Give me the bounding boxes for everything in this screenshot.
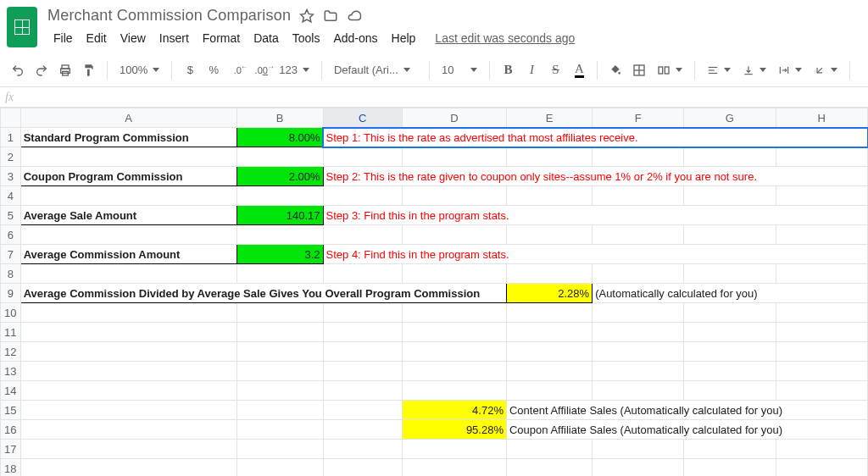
cell-B11[interactable] <box>236 323 323 342</box>
cell-D4[interactable] <box>402 186 506 206</box>
cell-E18[interactable] <box>506 459 592 477</box>
borders-button[interactable] <box>628 59 650 81</box>
cell-C15[interactable] <box>323 401 402 420</box>
cell-G13[interactable] <box>684 362 776 381</box>
cell-H6[interactable] <box>776 225 867 245</box>
row-header-17[interactable]: 17 <box>1 440 21 459</box>
cell-E9[interactable]: 2.28% <box>506 284 592 303</box>
cell-F14[interactable] <box>593 381 684 401</box>
cell-E14[interactable] <box>506 381 592 401</box>
cell-F13[interactable] <box>593 362 684 381</box>
cell-C17[interactable] <box>323 440 402 459</box>
cell-D16[interactable]: 95.28% <box>402 420 506 440</box>
cell-E12[interactable] <box>506 342 592 362</box>
percent-button[interactable]: % <box>203 59 225 81</box>
column-header-B[interactable]: B <box>236 108 323 128</box>
cell-H18[interactable] <box>776 459 867 477</box>
menu-help[interactable]: Help <box>386 28 422 48</box>
text-wrap-button[interactable] <box>773 59 807 81</box>
merge-cells-button[interactable] <box>652 59 687 81</box>
redo-button[interactable] <box>31 59 53 81</box>
move-folder-icon[interactable] <box>323 8 338 24</box>
cell-B1[interactable]: 8.00% <box>236 128 323 147</box>
cell-H12[interactable] <box>776 342 867 362</box>
row-header-11[interactable]: 11 <box>1 323 21 342</box>
vertical-align-button[interactable] <box>737 59 771 81</box>
cell-A14[interactable] <box>20 381 236 401</box>
cell-D6[interactable] <box>402 225 506 245</box>
cell-E6[interactable] <box>506 225 592 245</box>
cell-C12[interactable] <box>323 342 402 362</box>
cell-D8[interactable] <box>402 264 506 284</box>
cell-D2[interactable] <box>402 147 506 167</box>
cell-B12[interactable] <box>236 342 323 362</box>
cell-B13[interactable] <box>236 362 323 381</box>
cell-D10[interactable] <box>402 303 506 323</box>
column-header-F[interactable]: F <box>593 108 684 128</box>
horizontal-align-button[interactable] <box>702 59 736 81</box>
cell-A3[interactable]: Coupon Program Commission <box>20 167 236 186</box>
cell-A10[interactable] <box>20 303 236 323</box>
cell-F6[interactable] <box>593 225 684 245</box>
cell-C7[interactable]: Step 4: Find this in the program stats. <box>323 245 867 264</box>
cell-C18[interactable] <box>323 459 402 477</box>
cell-C3[interactable]: Step 2: This is the rate given to coupon… <box>323 167 867 186</box>
cell-B10[interactable] <box>236 303 323 323</box>
cell-G8[interactable] <box>684 264 776 284</box>
menu-view[interactable]: View <box>114 28 152 48</box>
cell-D15[interactable]: 4.72% <box>402 401 506 420</box>
cell-C8[interactable] <box>323 264 402 284</box>
row-header-5[interactable]: 5 <box>1 206 21 225</box>
cell-H13[interactable] <box>776 362 867 381</box>
cell-A8[interactable] <box>20 264 236 284</box>
cell-G6[interactable] <box>684 225 776 245</box>
cell-H11[interactable] <box>776 323 867 342</box>
cell-A6[interactable] <box>20 225 236 245</box>
cell-A16[interactable] <box>20 420 236 440</box>
column-header-G[interactable]: G <box>684 108 776 128</box>
menu-insert[interactable]: Insert <box>153 28 195 48</box>
cell-G17[interactable] <box>684 440 776 459</box>
menu-edit[interactable]: Edit <box>81 28 113 48</box>
row-header-7[interactable]: 7 <box>1 245 21 264</box>
cell-C5[interactable]: Step 3: Find this in the program stats. <box>323 206 867 225</box>
row-header-8[interactable]: 8 <box>1 264 21 284</box>
cell-C1[interactable]: Step 1: This is the rate as advertised t… <box>323 128 867 147</box>
menu-data[interactable]: Data <box>248 28 285 48</box>
cloud-status-icon[interactable] <box>347 8 362 24</box>
doc-title[interactable]: Merchant Commission Comparison <box>47 7 291 25</box>
cell-G14[interactable] <box>684 381 776 401</box>
cell-A9[interactable]: Average Commission Divided by Average Sa… <box>20 284 506 303</box>
column-header-H[interactable]: H <box>776 108 867 128</box>
row-header-12[interactable]: 12 <box>1 342 21 362</box>
cell-G11[interactable] <box>684 323 776 342</box>
bold-button[interactable]: B <box>497 59 519 81</box>
italic-button[interactable]: I <box>520 59 542 81</box>
sheets-app-icon[interactable] <box>7 7 37 47</box>
cell-A18[interactable] <box>20 459 236 477</box>
cell-B7[interactable]: 3.2 <box>236 245 323 264</box>
formula-input[interactable] <box>14 91 863 103</box>
cell-E2[interactable] <box>506 147 592 167</box>
column-header-D[interactable]: D <box>402 108 506 128</box>
cell-A1[interactable]: Standard Program Commission <box>20 128 236 147</box>
cell-G4[interactable] <box>684 186 776 206</box>
cell-F12[interactable] <box>593 342 684 362</box>
cell-D11[interactable] <box>402 323 506 342</box>
last-edit-link[interactable]: Last edit was seconds ago <box>435 31 575 45</box>
text-color-button[interactable]: A <box>568 59 590 81</box>
cell-F10[interactable] <box>593 303 684 323</box>
cell-H14[interactable] <box>776 381 867 401</box>
cell-F9[interactable]: (Automatically calculated for you) <box>593 284 868 303</box>
cell-E16[interactable]: Coupon Affiliate Sales (Automatically ca… <box>506 420 867 440</box>
column-header-E[interactable]: E <box>506 108 592 128</box>
cell-C14[interactable] <box>323 381 402 401</box>
strikethrough-button[interactable]: S <box>544 59 566 81</box>
cell-C16[interactable] <box>323 420 402 440</box>
cell-A11[interactable] <box>20 323 236 342</box>
font-family-select[interactable]: Default (Ari... <box>329 59 422 81</box>
cell-F4[interactable] <box>593 186 684 206</box>
row-header-3[interactable]: 3 <box>1 167 21 186</box>
cell-H2[interactable] <box>776 147 867 167</box>
cell-C4[interactable] <box>323 186 402 206</box>
